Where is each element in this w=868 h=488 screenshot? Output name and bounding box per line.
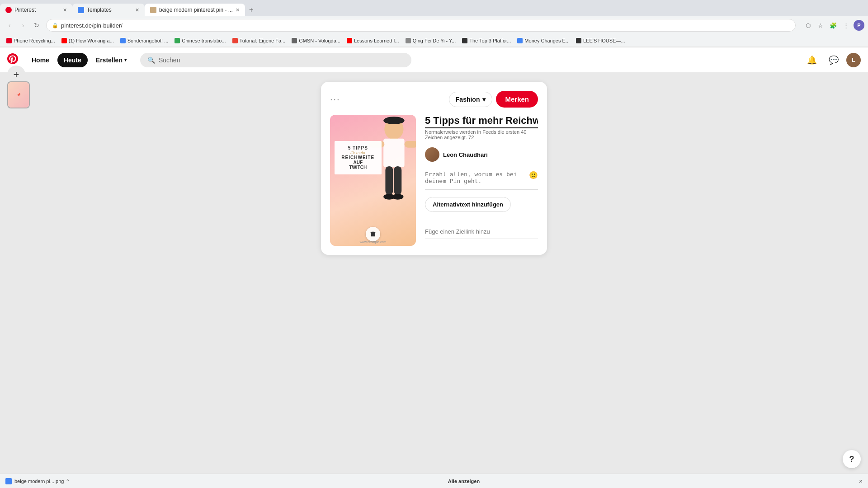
board-dropdown[interactable]: Fashion ▾ bbox=[449, 92, 493, 107]
bookmark-8[interactable]: The Top 3 Platfor... bbox=[459, 37, 514, 44]
extensions-icon[interactable]: 🧩 bbox=[828, 20, 838, 30]
url-bar[interactable]: 🔒 pinterest.de/pin-builder/ bbox=[46, 19, 796, 32]
pin-text-overlay: 5 TIPPS für mehr REICHWEITE AUF TWITCH bbox=[335, 141, 382, 174]
emoji-button[interactable]: 🙂 bbox=[529, 171, 538, 179]
nav-erstellen-label: Erstellen bbox=[96, 56, 123, 64]
bm-label-5: GMSN - Vologda... bbox=[299, 38, 340, 43]
nav-links: Home Heute Erstellen ▾ bbox=[25, 53, 133, 67]
pin-text-line5: TWITCH bbox=[338, 165, 378, 170]
svg-rect-6 bbox=[394, 166, 401, 195]
bm-label-0: Phone Recycling... bbox=[14, 38, 55, 43]
browser-actions: ⬡ ☆ 🧩 ⋮ P bbox=[803, 20, 864, 31]
browser-chrome: Pinterest ✕ Templates ✕ beige modern pin… bbox=[0, 0, 868, 47]
search-bar[interactable]: 🔍 Suchen bbox=[140, 53, 411, 67]
tab-pinterest-close[interactable]: ✕ bbox=[63, 7, 67, 13]
profile-icon[interactable]: P bbox=[854, 20, 864, 31]
bookmark-10[interactable]: LEE'S HOUSE—... bbox=[573, 37, 628, 44]
bm-icon-1 bbox=[61, 38, 67, 43]
pinterest-logo[interactable] bbox=[7, 53, 18, 67]
bookmark-icon[interactable]: ☆ bbox=[816, 20, 826, 30]
new-tab-button[interactable]: + bbox=[245, 4, 258, 16]
description-area: 🙂 bbox=[425, 167, 538, 192]
thumbnail-preview: 📌 bbox=[8, 82, 29, 108]
bookmark-1[interactable]: (1) How Working a... bbox=[59, 37, 117, 44]
messages-button[interactable]: 💬 bbox=[825, 51, 843, 69]
tab-templates-close[interactable]: ✕ bbox=[135, 7, 139, 13]
user-row: Leon Chaudhari bbox=[425, 147, 538, 162]
pin-user-name: Leon Chaudhari bbox=[443, 151, 488, 158]
search-icon: 🔍 bbox=[147, 56, 155, 64]
bm-icon-4 bbox=[232, 38, 238, 43]
svg-point-1 bbox=[383, 117, 404, 124]
pinterest-nav: Home Heute Erstellen ▾ 🔍 Suchen 🔔 💬 L bbox=[0, 47, 868, 73]
pin-builder-header: ··· Fashion ▾ Merken bbox=[330, 91, 538, 108]
bookmark-0[interactable]: Phone Recycling... bbox=[4, 37, 58, 44]
bm-label-10: LEE'S HOUSE—... bbox=[583, 38, 625, 43]
nav-heute[interactable]: Heute bbox=[57, 53, 88, 67]
tab-templates[interactable]: Templates ✕ bbox=[72, 4, 145, 16]
pinterest-favicon bbox=[5, 7, 12, 13]
tab-pinterest[interactable]: Pinterest ✕ bbox=[0, 4, 72, 16]
tab-beige-close[interactable]: ✕ bbox=[236, 7, 240, 13]
tab-beige-label: beige modern pinterest pin - ... bbox=[159, 7, 233, 13]
bookmark-9[interactable]: Money Changes E... bbox=[514, 37, 572, 44]
tab-pinterest-label: Pinterest bbox=[14, 7, 36, 13]
show-all-downloads-button[interactable]: Alle anzeigen bbox=[448, 479, 480, 484]
nav-buttons: ‹ › ↻ bbox=[4, 19, 42, 31]
nav-home[interactable]: Home bbox=[25, 53, 56, 67]
download-item: beige modern pi....png ^ bbox=[5, 478, 69, 484]
bm-label-2: Sonderangebot! ... bbox=[127, 38, 169, 43]
bookmark-2[interactable]: Sonderangebot! ... bbox=[118, 37, 171, 44]
tab-beige[interactable]: beige modern pinterest pin - ... ✕ bbox=[145, 4, 245, 16]
description-input[interactable] bbox=[425, 167, 538, 190]
pin-user-avatar bbox=[425, 147, 439, 162]
more-options-button[interactable]: ··· bbox=[330, 94, 340, 104]
bm-icon-3 bbox=[175, 38, 180, 43]
bm-label-9: Money Changes E... bbox=[524, 38, 570, 43]
board-name: Fashion bbox=[456, 96, 480, 103]
bookmark-4[interactable]: Tutorial: Eigene Fa... bbox=[230, 37, 288, 44]
bookmark-6[interactable]: Lessons Learned f... bbox=[344, 37, 402, 44]
help-button[interactable]: ? bbox=[843, 450, 861, 468]
pin-text-line4: AUF bbox=[338, 160, 378, 165]
bm-icon-6 bbox=[347, 38, 352, 43]
beige-favicon bbox=[150, 7, 156, 13]
tab-templates-label: Templates bbox=[87, 7, 112, 13]
search-placeholder: Suchen bbox=[159, 56, 180, 64]
download-bar: beige modern pi....png ^ Alle anzeigen × bbox=[0, 474, 868, 488]
svg-point-8 bbox=[392, 194, 403, 200]
avatar-image bbox=[425, 147, 439, 162]
bookmark-7[interactable]: Qing Fei De Yi - Y... bbox=[403, 37, 459, 44]
download-filename: beige modern pi....png bbox=[14, 479, 64, 484]
notifications-button[interactable]: 🔔 bbox=[803, 51, 821, 69]
svg-rect-2 bbox=[383, 139, 404, 167]
forward-button[interactable]: › bbox=[17, 19, 29, 31]
svg-rect-4 bbox=[404, 141, 416, 148]
lock-icon: 🔒 bbox=[52, 23, 58, 28]
nav-erstellen[interactable]: Erstellen ▾ bbox=[90, 53, 133, 67]
user-avatar[interactable]: L bbox=[846, 53, 861, 67]
pin-title-input[interactable] bbox=[425, 115, 538, 128]
bm-label-4: Tutorial: Eigene Fa... bbox=[240, 38, 286, 43]
pin-form: Normalerweise werden in Feeds die ersten… bbox=[425, 115, 538, 246]
save-button[interactable]: Merken bbox=[496, 91, 538, 108]
link-input[interactable] bbox=[425, 225, 538, 239]
bm-icon-5 bbox=[292, 38, 297, 43]
board-selector: Fashion ▾ Merken bbox=[449, 91, 538, 108]
reload-button[interactable]: ↻ bbox=[31, 19, 42, 31]
char-hint: Normalerweise werden in Feeds die ersten… bbox=[425, 129, 538, 140]
close-download-bar-button[interactable]: × bbox=[859, 478, 863, 485]
settings-icon[interactable]: ⋮ bbox=[841, 20, 851, 30]
bm-icon-8 bbox=[462, 38, 467, 43]
download-chevron-icon[interactable]: ^ bbox=[66, 479, 69, 483]
back-button[interactable]: ‹ bbox=[4, 19, 15, 31]
thumbnail-pin[interactable]: 📌 bbox=[7, 81, 30, 108]
pin-image: 5 TIPPS für mehr REICHWEITE AUF TWITCH w… bbox=[330, 115, 416, 246]
delete-image-button[interactable] bbox=[366, 227, 380, 241]
pin-text-line3: REICHWEITE bbox=[338, 155, 378, 160]
alt-text-button[interactable]: Alternativtext hinzufügen bbox=[425, 197, 511, 212]
cast-icon[interactable]: ⬡ bbox=[803, 20, 813, 30]
bookmark-3[interactable]: Chinese translatio... bbox=[172, 37, 228, 44]
bookmark-5[interactable]: GMSN - Vologda... bbox=[289, 37, 343, 44]
bookmarks-bar: Phone Recycling... (1) How Working a... … bbox=[0, 34, 868, 47]
